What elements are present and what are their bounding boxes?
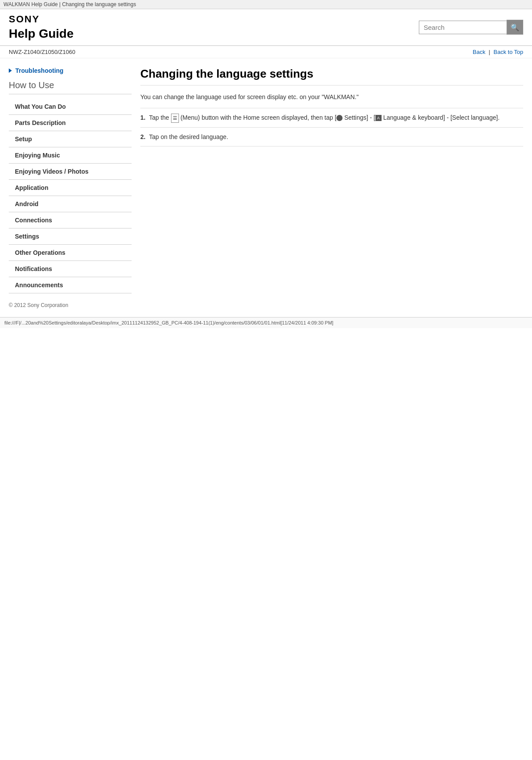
page-title: Changing the language settings	[140, 67, 523, 86]
nav-separator: |	[489, 49, 492, 55]
nav-links: Back | Back to Top	[473, 49, 523, 55]
step-number-1: 1.	[140, 113, 146, 123]
search-input[interactable]	[419, 21, 507, 34]
keyboard-icon: A	[375, 115, 382, 121]
step-content-2: Tap on the desired language.	[149, 132, 523, 142]
step-item-2: 2.Tap on the desired language.	[140, 128, 523, 146]
troubleshooting-label: Troubleshooting	[15, 67, 64, 74]
intro-text: You can change the language used for scr…	[140, 93, 523, 102]
copyright: © 2012 Sony Corporation	[9, 302, 132, 308]
how-to-use-heading: How to Use	[9, 80, 132, 94]
sidebar: Troubleshooting How to Use What You Can …	[9, 67, 132, 308]
search-button[interactable]: 🔍	[507, 20, 523, 35]
settings-icon	[336, 115, 343, 121]
sidebar-item-setup[interactable]: Setup	[9, 131, 132, 147]
search-icon: 🔍	[511, 23, 519, 32]
sidebar-item-what-you-can-do[interactable]: What You Can Do	[9, 99, 132, 115]
sidebar-item-enjoying-music[interactable]: Enjoying Music	[9, 147, 132, 164]
step-number-2: 2.	[140, 132, 146, 142]
chevron-right-icon	[9, 68, 12, 73]
browser-title-text: WALKMAN Help Guide | Changing the langua…	[4, 1, 136, 7]
sidebar-item-announcements[interactable]: Announcements	[9, 277, 132, 293]
sidebar-item-connections[interactable]: Connections	[9, 212, 132, 228]
sidebar-item-other-operations[interactable]: Other Operations	[9, 245, 132, 261]
model-number: NWZ-Z1040/Z1050/Z1060	[9, 49, 75, 55]
steps-list: 1.Tap the ☰ (Menu) button with the Home …	[140, 108, 523, 146]
sidebar-item-application[interactable]: Application	[9, 180, 132, 196]
sidebar-item-enjoying-videos-photos[interactable]: Enjoying Videos / Photos	[9, 164, 132, 180]
nav-bar: NWZ-Z1040/Z1050/Z1060 Back | Back to Top	[0, 46, 532, 58]
search-area: 🔍	[419, 20, 523, 35]
header-left: SONY Help Guide	[9, 14, 74, 41]
sidebar-item-settings[interactable]: Settings	[9, 228, 132, 245]
sidebar-item-parts-description[interactable]: Parts Description	[9, 115, 132, 131]
footer-url: file:///F|/...20and%20Settings/editorala…	[4, 320, 333, 325]
step-item-1: 1.Tap the ☰ (Menu) button with the Home …	[140, 108, 523, 128]
back-to-top-link[interactable]: Back to Top	[493, 49, 523, 55]
menu-icon: ☰	[171, 114, 179, 123]
sidebar-nav: What You Can DoParts DescriptionSetupEnj…	[9, 99, 132, 293]
sidebar-item-android[interactable]: Android	[9, 196, 132, 212]
help-guide-title: Help Guide	[9, 27, 74, 41]
footer-bar: file:///F|/...20and%20Settings/editorala…	[0, 317, 532, 328]
troubleshooting-link[interactable]: Troubleshooting	[9, 67, 132, 74]
sidebar-item-notifications[interactable]: Notifications	[9, 261, 132, 277]
step-content-1: Tap the ☰ (Menu) button with the Home sc…	[149, 113, 523, 123]
header: SONY Help Guide 🔍	[0, 9, 532, 46]
sony-logo: SONY	[9, 14, 74, 25]
content-area: Changing the language settings You can c…	[140, 67, 523, 308]
back-link[interactable]: Back	[473, 49, 486, 55]
main-layout: Troubleshooting How to Use What You Can …	[0, 58, 532, 317]
browser-title-bar: WALKMAN Help Guide | Changing the langua…	[0, 0, 532, 9]
sidebar-troubleshooting: Troubleshooting	[9, 67, 132, 74]
